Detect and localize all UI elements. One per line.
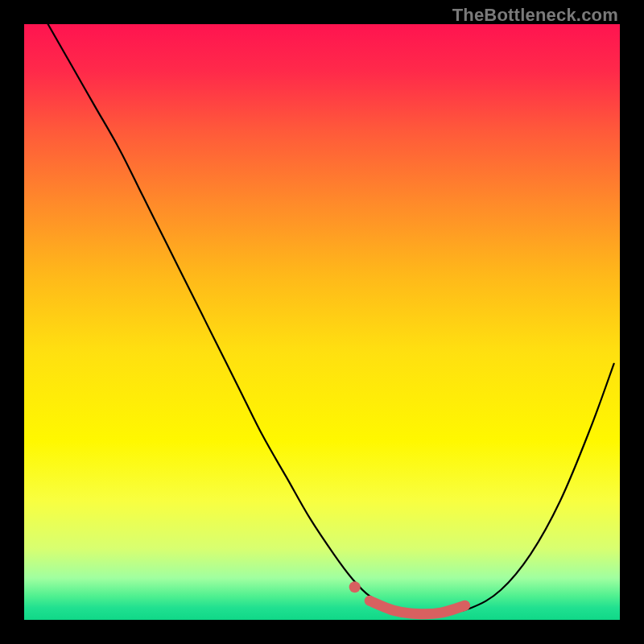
chart-frame: TheBottleneck.com [0,0,644,644]
plot-area [24,24,620,620]
highlight-dot [349,581,361,592]
watermark-text: TheBottleneck.com [452,5,618,26]
bottleneck-curve [48,24,614,615]
highlight-segment [369,601,464,614]
curve-svg [24,24,620,620]
